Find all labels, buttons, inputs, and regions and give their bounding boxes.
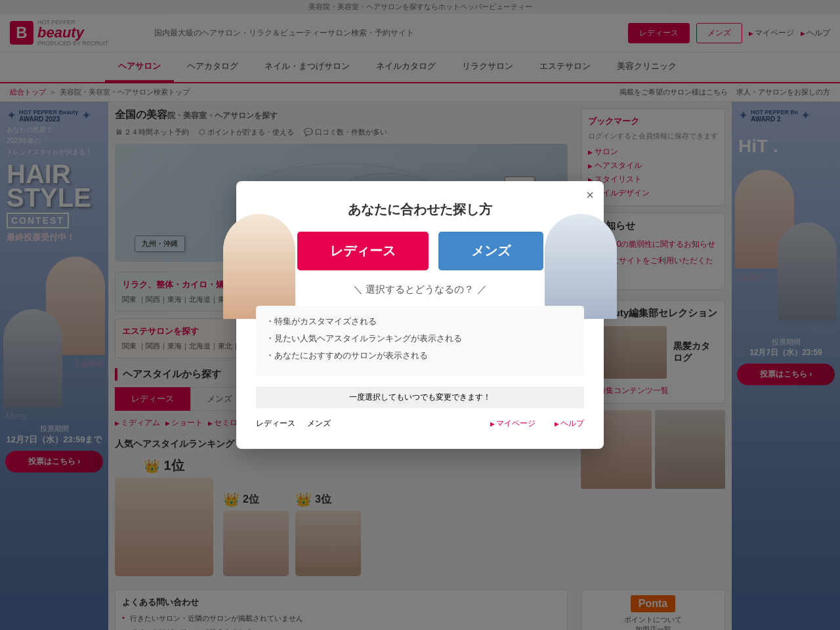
modal-mens-button[interactable]: メンズ [438,232,543,270]
modal-title: あなたに合わせた探し方 [256,201,584,219]
modal-benefit-2: 見たい人気ヘアスタイルランキングが表示される [266,333,574,345]
modal-buttons: レディース メンズ [256,232,584,270]
modal-close-button[interactable]: × [586,188,594,203]
modal-mypage-link[interactable]: マイページ [490,419,536,428]
modal-benefits: 特集がカスタマイズされる 見たい人気ヘアスタイルランキングが表示される あなたに… [256,306,584,377]
modal-help-link[interactable]: ヘルプ [555,419,584,428]
modal-note: 一度選択してもいつでも変更できます！ [256,387,584,408]
modal-benefit-3: あなたにおすすめのサロンが表示される [266,350,574,362]
modal-question: ＼ 選択するとどうなるの？ ／ [256,284,584,296]
modal-ladies-button[interactable]: レディース [297,232,429,270]
modal-footer-mens[interactable]: メンズ [307,418,331,429]
modal-footer-ladies[interactable]: レディース [256,418,295,429]
modal-content: あなたに合わせた探し方 レディース メンズ ＼ 選択するとどうなるの？ ／ 特集… [256,201,584,429]
modal-benefit-1: 特集がカスタマイズされる [266,316,574,327]
modal-footer-nav: マイページ ヘルプ [490,418,584,429]
modal-overlay[interactable]: × あなたに合わせた探し方 レディース メンズ ＼ 選択するとどうなるの？ ／ … [0,0,840,630]
modal-footer: レディース メンズ マイページ ヘルプ [256,418,584,429]
modal: × あなたに合わせた探し方 レディース メンズ ＼ 選択するとどうなるの？ ／ … [236,181,604,449]
modal-footer-tabs: レディース メンズ [256,418,331,429]
